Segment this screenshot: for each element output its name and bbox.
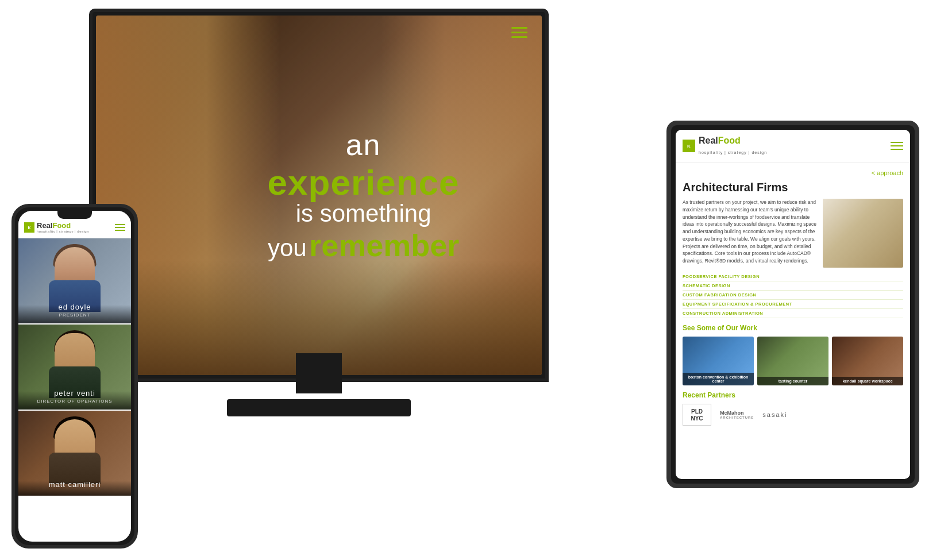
tablet-body-text: As trusted partners on your project, we … (683, 199, 817, 268)
tablet-logo-tagline: hospitality | strategy | design (699, 150, 767, 155)
tablet-partner-pld: PLD NYC (691, 408, 703, 422)
tablet-service-1[interactable]: SCHEMATIC DESIGN (683, 281, 903, 291)
tablet-logo-square: K (683, 140, 695, 152)
tablet-screen: K RealFood hospitality | strategy | desi… (676, 130, 910, 479)
phone-screen: K RealFood hospitality | strategy | desi… (18, 211, 131, 542)
phone-logo-icon: K (26, 224, 33, 231)
tablet-partner-subtitle: ARCHITECTURE (720, 416, 754, 419)
tablet-image (823, 199, 903, 268)
tablet-work-item-1[interactable]: tasting counter (757, 337, 828, 385)
tablet-two-col: As trusted partners on your project, we … (683, 199, 903, 268)
phone-logo: K RealFood hospitality | strategy | desi… (24, 221, 89, 233)
phone-profile-name-2: matt camilleri (24, 480, 125, 489)
tablet-device: K RealFood hospitality | strategy | desi… (666, 121, 919, 488)
svg-text:K: K (687, 144, 691, 149)
hero-text-block: an experience is something you remember (252, 128, 475, 263)
phone-logo-real: Real (37, 221, 52, 230)
tablet-work-item-0[interactable]: boston convention & exhibition center (683, 337, 754, 385)
phone-profile-name-0: ed doyle (24, 303, 125, 311)
hero-experience: experience (268, 163, 460, 202)
phone-profile-item-2[interactable]: matt camilleri (18, 411, 131, 497)
phone-profile-overlay-1: peter venti DIRECTOR OF OPERATIONS (18, 383, 131, 410)
monitor-device: an experience is something you remember (89, 9, 549, 428)
hero-line3: you remember (252, 227, 475, 263)
tablet-partner-2: sasaki (762, 411, 787, 418)
phone-profile-overlay-2: matt camilleri (18, 474, 131, 496)
phone-device: K RealFood hospitality | strategy | desi… (11, 204, 138, 549)
monitor-frame: an experience is something you remember (89, 9, 549, 382)
tablet-partner-sasaki: sasaki (762, 411, 787, 418)
tablet-services-list: FOODSERVICE FACILITY DESIGN SCHEMATIC DE… (683, 272, 903, 318)
tablet-content: approach Architectural Firms As trusted … (676, 163, 910, 479)
logo-icon: K (685, 142, 693, 150)
tablet-service-0[interactable]: FOODSERVICE FACILITY DESIGN (683, 272, 903, 281)
phone-logo-text: RealFood (37, 221, 89, 230)
hero-remember: remember (309, 228, 459, 262)
phone-profile-name-1: peter venti (24, 389, 125, 397)
tablet-section-title: Architectural Firms (683, 181, 903, 194)
monitor-neck (296, 353, 342, 393)
monitor-screen: an experience is something you remember (96, 16, 542, 375)
tablet-logo-text: RealFood (699, 136, 767, 146)
tablet-logo-food: Food (718, 136, 741, 145)
hero-an: an (346, 128, 381, 161)
phone-logo-tagline: hospitality | strategy | design (37, 230, 89, 233)
phone-notch (57, 211, 92, 219)
phone-profile-item-0[interactable]: ed doyle PRESIDENT (18, 238, 131, 325)
tablet-header: K RealFood hospitality | strategy | desi… (676, 130, 910, 163)
phone-logo-food: Food (52, 221, 71, 230)
tablet-partner-mcmahon: McMahon (720, 410, 754, 416)
hero-line1: an experience (252, 128, 475, 203)
tablet-partners-row: PLD NYC McMahon ARCHITECTURE sasaki (683, 404, 903, 426)
phone-frame: K RealFood hospitality | strategy | desi… (11, 204, 138, 549)
tablet-partners-title: Recent Partners (683, 391, 903, 399)
phone-profile-title-0: PRESIDENT (24, 312, 125, 318)
monitor-menu-icon[interactable] (511, 27, 527, 38)
phone-profile-title-1: DIRECTOR OF OPERATIONS (24, 399, 125, 404)
tablet-work-item-2[interactable]: kendall square workspace (832, 337, 903, 385)
hero-you: you (268, 234, 307, 261)
tablet-logo: K RealFood hospitality | strategy | desi… (683, 136, 767, 156)
tablet-work-grid: boston convention & exhibition center ta… (683, 337, 903, 385)
phone-profile-item-1[interactable]: peter venti DIRECTOR OF OPERATIONS (18, 325, 131, 411)
phone-logo-square: K (24, 222, 34, 233)
tablet-service-2[interactable]: CUSTOM FABRICATION DESIGN (683, 291, 903, 300)
svg-text:K: K (28, 226, 30, 230)
tablet-partner-0: PLD NYC (683, 404, 711, 426)
tablet-logo-real: Real (699, 136, 718, 145)
tablet-work-label-2: kendall square workspace (832, 377, 903, 385)
tablet-service-3[interactable]: EQUIPMENT SPECIFICATION & PROCUREMENT (683, 300, 903, 309)
phone-profile-overlay-0: ed doyle PRESIDENT (18, 297, 131, 323)
monitor-base (227, 399, 411, 416)
tablet-work-title: See Some of Our Work (683, 324, 903, 332)
tablet-frame: K RealFood hospitality | strategy | desi… (666, 121, 919, 488)
tablet-logo-name: RealFood hospitality | strategy | design (699, 136, 767, 156)
phone-logo-name-block: RealFood hospitality | strategy | design (37, 221, 89, 233)
tablet-approach-link[interactable]: approach (683, 169, 903, 176)
hero-is-something: is something (252, 200, 475, 227)
tablet-menu-icon[interactable] (891, 142, 903, 150)
tablet-service-4[interactable]: CONSTRUCTION ADMINISTRATION (683, 309, 903, 318)
tablet-partner-1: McMahon ARCHITECTURE (720, 410, 754, 419)
phone-menu-icon[interactable] (115, 224, 125, 231)
tablet-work-label-1: tasting counter (757, 377, 828, 385)
tablet-work-label-0: boston convention & exhibition center (683, 373, 754, 385)
